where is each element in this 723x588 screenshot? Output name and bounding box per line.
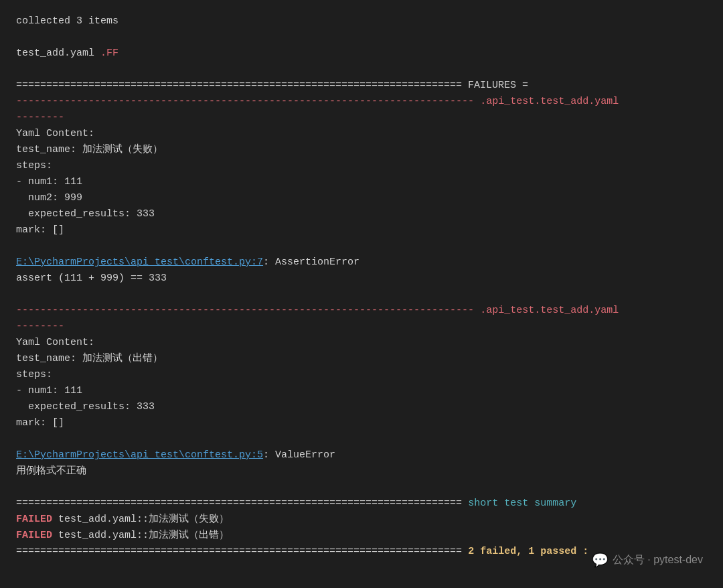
expected1: expected_results: 333 xyxy=(16,206,707,222)
expected2: expected_results: 333 xyxy=(16,399,707,415)
blank-line-4 xyxy=(16,287,707,303)
failed1-text: test_add.yaml::加法测试（失败） xyxy=(58,514,229,525)
failed2-label: FAILED xyxy=(16,530,58,541)
mark2: mark: [] xyxy=(16,415,707,431)
dash-short2: -------- xyxy=(16,319,707,335)
error-line2: E:\PycharmProjects\api_test\conftest.py:… xyxy=(16,447,707,463)
num1-2: - num1: 111 xyxy=(16,383,707,399)
error-link2[interactable]: E:\PycharmProjects\api_test\conftest.py:… xyxy=(16,449,263,461)
equals-summary-dashes: ========================================… xyxy=(16,498,468,509)
equals-summary-label: short test summary xyxy=(468,498,576,509)
yaml-content2: Yaml Content: xyxy=(16,335,707,351)
dash-api2-label: .api_test.test_add.yaml xyxy=(480,305,619,316)
yaml-content1: Yaml Content: xyxy=(16,126,707,142)
blank-line-5 xyxy=(16,431,707,447)
num2-1: num2: 999 xyxy=(16,190,707,206)
failed2-line: FAILED test_add.yaml::加法测试（出错） xyxy=(16,528,707,544)
blank-line-2 xyxy=(16,62,707,78)
equals-result-label: 2 failed, 1 passed : xyxy=(468,546,588,557)
dash-short1: -------- xyxy=(16,110,707,126)
dash-api1-dashes: ----------------------------------------… xyxy=(16,96,480,107)
collected-items: collected 3 items xyxy=(16,13,707,29)
equals-failures: ========================================… xyxy=(16,78,707,94)
num1-1: - num1: 111 xyxy=(16,174,707,190)
test-add-yaml-line: test_add.yaml .FF xyxy=(16,46,707,62)
dash-api1-label: .api_test.test_add.yaml xyxy=(480,96,619,107)
assert1: assert (111 + 999) == 333 xyxy=(16,271,707,287)
failed1-label: FAILED xyxy=(16,514,58,525)
blank-line-3 xyxy=(16,238,707,254)
test-name2: test_name: 加法测试（出错） xyxy=(16,351,707,367)
wechat-icon: 💬 xyxy=(592,552,609,568)
failed2-text: test_add.yaml::加法测试（出错） xyxy=(58,530,229,541)
watermark: 💬 公众号 · pytest-dev xyxy=(592,552,703,568)
error-type1: : AssertionError xyxy=(263,256,359,268)
mark1: mark: [] xyxy=(16,222,707,238)
steps1: steps: xyxy=(16,158,707,174)
equals-result-dashes: ========================================… xyxy=(16,546,468,557)
test-name1: test_name: 加法测试（失败） xyxy=(16,142,707,158)
steps2: steps: xyxy=(16,367,707,383)
dash-api1-line: ----------------------------------------… xyxy=(16,94,707,110)
blank-line-6 xyxy=(16,480,707,496)
value-error-msg: 用例格式不正确 xyxy=(16,463,707,480)
equals-summary-line: ========================================… xyxy=(16,496,707,512)
error-link1[interactable]: E:\PycharmProjects\api_test\conftest.py:… xyxy=(16,256,263,268)
error-line1: E:\PycharmProjects\api_test\conftest.py:… xyxy=(16,254,707,271)
test-add-yaml-label: test_add.yaml xyxy=(16,48,100,59)
blank-line-1 xyxy=(16,29,707,46)
terminal-output: collected 3 items test_add.yaml .FF ====… xyxy=(16,13,707,560)
dash-api2-line: ----------------------------------------… xyxy=(16,303,707,319)
failed1-line: FAILED test_add.yaml::加法测试（失败） xyxy=(16,512,707,528)
watermark-text: 公众号 · pytest-dev xyxy=(613,553,703,567)
dash-api2-dashes: ----------------------------------------… xyxy=(16,305,480,316)
test-add-yaml-ff: .FF xyxy=(100,48,118,59)
error-type2: : ValueError xyxy=(263,449,335,461)
